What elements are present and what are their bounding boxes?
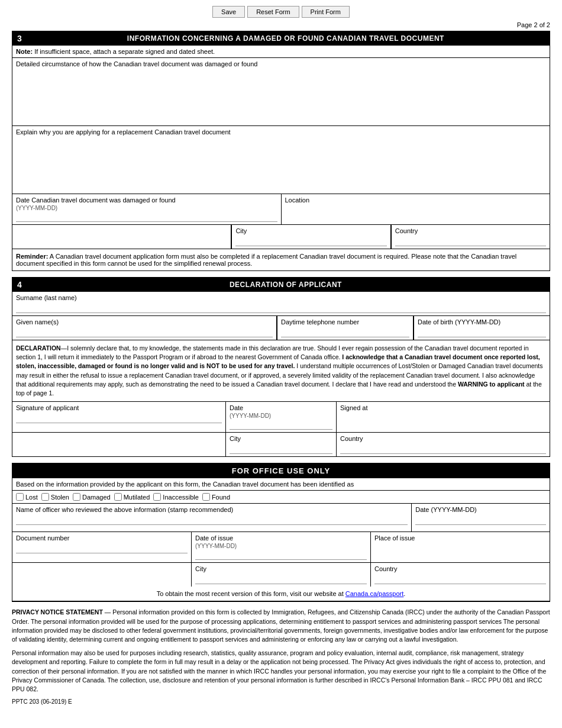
declaration-text-row: DECLARATION—I solemnly declare that, to … bbox=[12, 340, 550, 402]
found-checkbox[interactable] bbox=[202, 493, 210, 501]
reset-button[interactable]: Reset Form bbox=[247, 6, 299, 18]
location-label: Location bbox=[285, 197, 547, 204]
doc-number-label: Document number bbox=[16, 534, 188, 542]
date-col: Date Canadian travel document was damage… bbox=[12, 194, 282, 224]
doc-country-label: Country bbox=[374, 565, 546, 572]
signature-input[interactable] bbox=[16, 413, 222, 423]
reminder-text: A Canadian travel document application f… bbox=[16, 253, 516, 267]
doc-number-input[interactable] bbox=[16, 543, 188, 553]
checkbox-found: Found bbox=[202, 493, 230, 501]
date-issue-sub: (YYYY-MM-DD) bbox=[195, 543, 367, 549]
save-button[interactable]: Save bbox=[212, 6, 245, 18]
officer-row: Name of officer who reviewed the above i… bbox=[12, 504, 550, 532]
location-col: Location bbox=[282, 194, 550, 224]
circumstances-input[interactable] bbox=[16, 69, 546, 122]
section4-number: 4 bbox=[17, 280, 22, 289]
given-names-label: Given name(s) bbox=[16, 318, 273, 326]
officer-label: Name of officer who reviewed the above i… bbox=[16, 506, 408, 513]
dob-input[interactable] bbox=[418, 327, 546, 337]
sig-col: Signature of applicant bbox=[12, 402, 226, 432]
circumstances-row: Detailed circumstance of how the Canadia… bbox=[12, 58, 550, 126]
print-button[interactable]: Print Form bbox=[302, 6, 350, 18]
website-link[interactable]: Canada.ca/passport bbox=[345, 590, 403, 597]
stolen-checkbox[interactable] bbox=[41, 493, 49, 501]
toolbar: Save Reset Form Print Form bbox=[12, 6, 550, 18]
damage-date-input[interactable] bbox=[16, 211, 277, 222]
identified-row: Based on the information provided by the… bbox=[12, 478, 550, 491]
sig-city-country-row: City Country bbox=[12, 433, 550, 456]
place-issue-col: Place of issue bbox=[371, 532, 550, 562]
date-sub: (YYYY-MM-DD) bbox=[16, 205, 277, 211]
replacement-reason-input[interactable] bbox=[16, 137, 546, 190]
office-use-section: FOR OFFICE USE ONLY Based on the informa… bbox=[12, 463, 550, 602]
country-label: Country bbox=[395, 227, 546, 234]
sig-city-col: City bbox=[226, 433, 337, 456]
replacement-reason-row: Explain why you are applying for a repla… bbox=[12, 126, 550, 194]
surname-input[interactable] bbox=[16, 302, 546, 313]
date-issue-input[interactable] bbox=[195, 549, 367, 560]
officer-name-input[interactable] bbox=[16, 514, 408, 525]
doc-number-col: Document number bbox=[12, 532, 192, 562]
dob-col: Date of birth (YYYY-MM-DD) bbox=[414, 316, 550, 340]
city-input[interactable] bbox=[235, 236, 386, 246]
date-sig-sub: (YYYY-MM-DD) bbox=[230, 413, 332, 419]
note-row: Note: If insufficient space, attach a se… bbox=[12, 46, 550, 58]
city-col: City bbox=[231, 225, 390, 249]
note-bold: Note: bbox=[16, 48, 33, 55]
section3-number: 3 bbox=[17, 34, 22, 43]
sig-country-input[interactable] bbox=[340, 443, 546, 454]
declaration-bold: DECLARATION bbox=[16, 344, 61, 352]
page-number: Page 2 of 2 bbox=[12, 21, 550, 28]
surname-row: Surname (last name) bbox=[12, 292, 550, 316]
form-code: PPTC 203 (06-2019) E bbox=[12, 698, 550, 705]
given-phone-dob-row: Given name(s) Daytime telephone number D… bbox=[12, 316, 550, 340]
found-label: Found bbox=[212, 494, 230, 501]
date-location-row: Date Canadian travel document was damage… bbox=[12, 194, 550, 225]
daytime-phone-label: Daytime telephone number bbox=[281, 318, 409, 326]
country-input[interactable] bbox=[395, 236, 546, 246]
doc-city-country-row: City Country bbox=[12, 563, 550, 587]
office-use-header: FOR OFFICE USE ONLY bbox=[12, 463, 550, 478]
country-col: Country bbox=[391, 225, 550, 249]
officer-name-col: Name of officer who reviewed the above i… bbox=[12, 504, 412, 531]
given-names-col: Given name(s) bbox=[12, 316, 277, 340]
phone-col: Daytime telephone number bbox=[277, 316, 414, 340]
date-label: Date Canadian travel document was damage… bbox=[16, 197, 277, 204]
mutilated-label: Mutilated bbox=[124, 494, 150, 501]
sig-city-input[interactable] bbox=[230, 443, 332, 454]
privacy-para1: PRIVACY NOTICE STATEMENT — Personal info… bbox=[12, 608, 550, 644]
dob-label: Date of birth (YYYY-MM-DD) bbox=[418, 318, 546, 326]
mutilated-checkbox[interactable] bbox=[114, 493, 122, 501]
doc-city-label: City bbox=[195, 565, 367, 572]
inaccessible-checkbox[interactable] bbox=[153, 493, 161, 501]
section4: 4 DECLARATION OF APPLICANT Surname (last… bbox=[12, 277, 550, 457]
city-spacer bbox=[12, 225, 231, 249]
lost-label: Lost bbox=[25, 494, 38, 501]
checkbox-row: Lost Stolen Damaged Mutilated Inaccessib… bbox=[12, 491, 550, 504]
checkbox-inaccessible: Inaccessible bbox=[153, 493, 199, 501]
lost-checkbox[interactable] bbox=[16, 493, 24, 501]
doc-row: Document number Date of issue (YYYY-MM-D… bbox=[12, 532, 550, 563]
note-text: If insufficient space, attach a separate… bbox=[33, 48, 215, 55]
sig-date-input[interactable] bbox=[230, 419, 332, 430]
place-issue-label: Place of issue bbox=[374, 534, 546, 542]
doc-city-input[interactable] bbox=[195, 574, 367, 584]
sig-label: Signature of applicant bbox=[16, 404, 222, 411]
inaccessible-label: Inaccessible bbox=[163, 494, 199, 501]
signed-at-col: Signed at bbox=[337, 402, 550, 432]
officer-date-input[interactable] bbox=[415, 514, 546, 525]
sig-country-col: Country bbox=[337, 433, 550, 456]
damaged-checkbox[interactable] bbox=[73, 493, 80, 501]
given-names-input[interactable] bbox=[16, 327, 273, 337]
phone-input[interactable] bbox=[281, 327, 409, 337]
section3-header: 3 INFORMATION CONCERNING A DAMAGED OR FO… bbox=[12, 31, 550, 46]
city-label: City bbox=[235, 227, 386, 234]
date-issue-label: Date of issue bbox=[195, 534, 367, 542]
doc-spacer1 bbox=[12, 563, 192, 587]
sig-spacer bbox=[12, 433, 226, 456]
officer-date-col: Date (YYYY-MM-DD) bbox=[412, 504, 550, 531]
doc-country-input[interactable] bbox=[374, 574, 546, 584]
date-issue-col: Date of issue (YYYY-MM-DD) bbox=[192, 532, 371, 562]
identified-text: Based on the information provided by the… bbox=[16, 481, 354, 488]
checkbox-lost: Lost bbox=[16, 493, 38, 501]
